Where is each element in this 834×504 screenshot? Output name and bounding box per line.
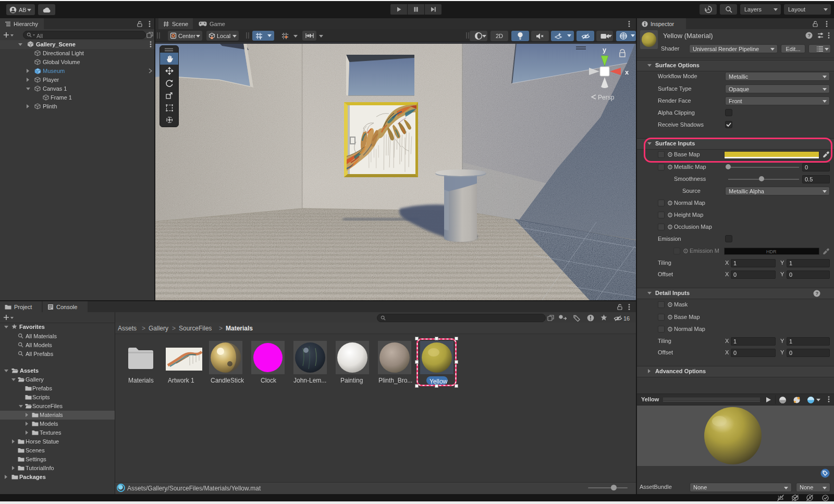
svg-text:y: y (603, 46, 607, 54)
svg-text:?: ? (815, 290, 818, 296)
svg-text:x: x (625, 68, 629, 76)
svg-text:?: ? (807, 32, 811, 38)
svg-text:Y: Y (259, 36, 262, 40)
svg-text:Persp: Persp (598, 94, 615, 101)
